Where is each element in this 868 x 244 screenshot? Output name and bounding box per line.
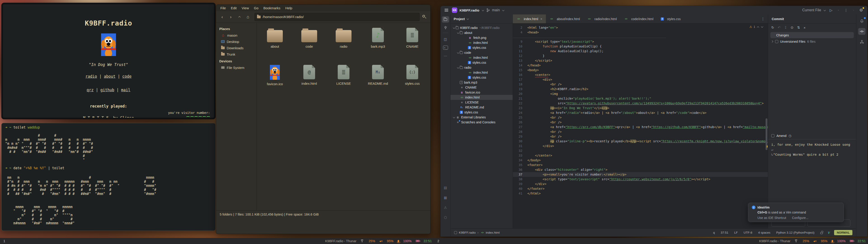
commit-panel-header[interactable]: Commit (768, 14, 856, 23)
project-tree-row[interactable]: External Libraries (451, 115, 513, 120)
project-selector[interactable]: K9BFF.radio (460, 8, 479, 12)
code-fold-separator[interactable] (513, 35, 666, 38)
close-tab-icon[interactable]: × (540, 17, 542, 21)
code-line[interactable]: 12 } (513, 54, 768, 58)
code-line[interactable]: 11 new Audio(audioClip).play(); (513, 49, 768, 54)
notifications-bell-icon[interactable] (858, 18, 866, 24)
tree-chevron-icon[interactable] (457, 51, 459, 54)
project-tree-row[interactable]: code (451, 50, 513, 55)
project-tree-row[interactable]: index.html (451, 70, 513, 75)
toolwindow-icon[interactable]: ▦ (442, 194, 449, 201)
workspace-indicator[interactable]: 1 (3, 239, 9, 243)
run-button[interactable]: ▷ (828, 8, 834, 12)
status-item[interactable]: q (713, 231, 715, 234)
structure-toolwindow-icon[interactable]: ◫ (442, 36, 449, 42)
menu-item[interactable]: File (218, 6, 228, 10)
project-badge[interactable]: KB (452, 7, 457, 13)
up-button[interactable] (236, 13, 243, 21)
code-line[interactable]: 33 </center> (513, 153, 768, 158)
status-item[interactable]: 37:51 (721, 231, 728, 234)
project-tree-row[interactable]: Scratches and Consoles (451, 120, 513, 125)
status-item[interactable]: UTF-8 (744, 231, 752, 234)
code-line[interactable]: 16 <center> (513, 72, 768, 77)
project-tree-row[interactable]: styles.css (451, 45, 513, 50)
code-line[interactable]: 20 <img (513, 92, 768, 96)
project-tree-row[interactable]: styles.css (451, 75, 513, 80)
code-line[interactable]: 29 <br /> (513, 134, 768, 139)
dog-image[interactable] (101, 33, 116, 56)
microphone-icon[interactable] (398, 240, 399, 242)
code-line[interactable]: 38 <script type="text/javascript" src="h… (513, 177, 768, 182)
back-button[interactable]: ‹ (218, 13, 226, 21)
tree-chevron-icon[interactable] (453, 116, 455, 118)
microphone-icon[interactable] (832, 240, 833, 242)
project-tree-row[interactable]: README.md (451, 105, 513, 110)
tree-chevron-icon[interactable] (457, 31, 459, 34)
code-line[interactable]: 41</html> (513, 191, 768, 196)
menu-item[interactable]: Bookmarks (261, 6, 283, 10)
home-button[interactable]: ⌂ (244, 13, 252, 21)
unversioned-checkbox[interactable] (775, 40, 778, 43)
code-line[interactable]: 36 <div class="hitcounter" align="right"… (513, 167, 768, 172)
file-tile[interactable]: bark.mp3 (361, 26, 395, 63)
site-social-link[interactable]: mail (121, 88, 130, 92)
sidebar-place[interactable]: Desktop (216, 38, 256, 45)
project-tree-row[interactable]: radio (451, 65, 513, 70)
editor-tab[interactable]: code/index.html × (620, 14, 657, 23)
path-bar[interactable]: /home/mason/K9BFF.radio/ (254, 13, 420, 21)
main-menu-icon[interactable] (445, 9, 448, 11)
editor-tab[interactable]: about/index.html × (546, 14, 584, 23)
file-tile[interactable]: favicon.ico (258, 63, 292, 100)
breadcrumb-project[interactable]: K9BFF.radio (459, 231, 475, 234)
clock[interactable]: 22:51 (858, 239, 866, 243)
chevron-right-icon[interactable] (771, 40, 773, 42)
volume-level[interactable]: 25% (803, 239, 809, 243)
shelve-icon[interactable]: ↧ (784, 26, 787, 30)
site-social-link[interactable]: qrz (87, 88, 94, 92)
mic-level[interactable]: 95% (821, 239, 828, 243)
code-line[interactable]: 37 <p><small>you're visitor number:</sma… (513, 172, 768, 177)
toolwindow-icon[interactable]: ⬡ (442, 214, 449, 221)
git-graph-icon[interactable] (858, 38, 866, 45)
volume-muted-icon[interactable]: ◂× (379, 239, 383, 243)
status-item[interactable]: 4 spaces (758, 231, 770, 234)
code-line[interactable]: 28 <br /> (513, 129, 768, 134)
ideavim-icon[interactable]: V (828, 231, 830, 235)
menu-item[interactable]: View (239, 6, 251, 10)
run-config-selector[interactable]: Current File (802, 8, 821, 12)
code-line[interactable]: 9 <script type="text/javascript"> (513, 39, 768, 44)
expand-all-icon[interactable]: ⇅ (797, 26, 800, 30)
editor-tab[interactable]: styles.css × (657, 14, 684, 23)
toolwindow-icon[interactable]: ⚠ (442, 205, 449, 211)
project-tree-row[interactable]: LICENSE (451, 100, 513, 105)
code-line[interactable]: 32 (513, 148, 768, 153)
file-tile[interactable]: CNAME (395, 26, 430, 63)
code-line[interactable]: 17 <div> (513, 77, 768, 82)
wifi-icon[interactable] (361, 240, 365, 242)
volume-level[interactable]: 25% (369, 239, 375, 243)
commit-toolwindow-icon[interactable] (444, 26, 447, 30)
sidebar-place[interactable]: mason (216, 32, 256, 38)
site-nav-link[interactable]: code (122, 74, 131, 79)
terminal-window[interactable]: ➜ ~ toilet waddup # # m m mmm mmm# mmm# … (1, 123, 216, 231)
changes-group-row[interactable]: Changes (770, 32, 854, 38)
site-nav-link[interactable]: about (104, 74, 116, 79)
project-tree-row[interactable]: index.html (451, 55, 513, 60)
project-tree-row[interactable]: bark.mp3 (451, 80, 513, 85)
editor-tab[interactable]: index.html × (513, 14, 546, 23)
commit-toolwindow-button[interactable] (858, 28, 866, 35)
status-item[interactable]: Python 3.12 (PythonProject) (776, 231, 814, 234)
unversioned-files-row[interactable]: Unversioned Files 6 files (768, 39, 856, 44)
file-tile[interactable]: index.html (292, 63, 327, 100)
lock-open-icon[interactable] (820, 232, 823, 234)
code-line[interactable]: 24 <a href="/radio">radio</a> | <a href=… (513, 111, 768, 115)
workspace-indicator[interactable]: 2 (437, 239, 443, 243)
code-line[interactable]: 22 src="https://avatars.githubuserconten… (513, 101, 768, 106)
use-as-ide-shortcut-link[interactable]: Use as IDE Shortcut (757, 216, 786, 220)
more-actions-icon[interactable]: ⋮ (843, 8, 849, 12)
sidebar-device[interactable]: File System (216, 64, 256, 71)
code-line[interactable]: 19 <h2>K9BFF.radio</h2> (513, 87, 768, 92)
search-button[interactable] (421, 13, 428, 21)
code-line[interactable]: 15<body> (513, 68, 768, 72)
menu-item[interactable]: Edit (228, 6, 239, 10)
